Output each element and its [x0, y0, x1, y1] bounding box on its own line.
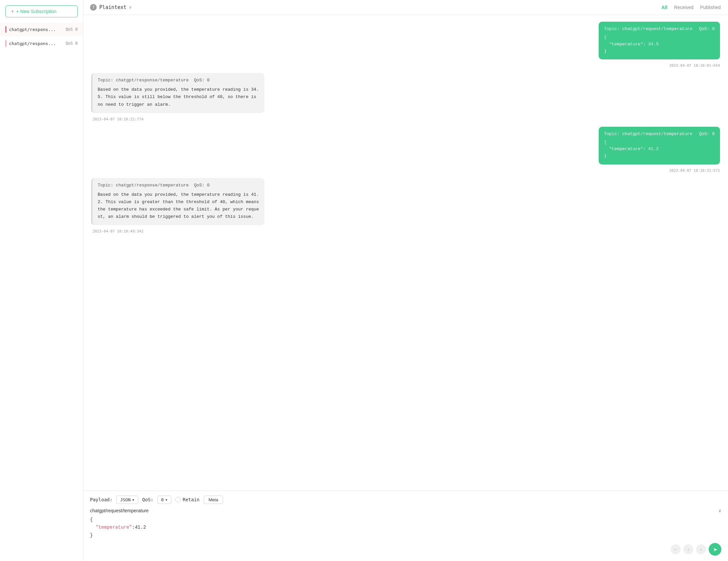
payload-format-select[interactable]: JSON ▾: [116, 496, 138, 504]
meta-button[interactable]: Meta: [204, 496, 223, 504]
header-left: ? Plaintext ∨: [90, 4, 132, 11]
bubble-qos-rec-2: QoS: 0: [194, 183, 210, 188]
retain-circle-icon: [175, 497, 181, 502]
header-right: All Received Published: [661, 3, 721, 11]
payload-format-chevron: ▾: [132, 497, 135, 502]
qos-value: 0: [161, 497, 164, 502]
message-row-published-1: Topic: chatgpt/request/temperature QoS: …: [91, 22, 720, 59]
retain-toggle[interactable]: Retain: [175, 497, 200, 502]
send-button[interactable]: ➤: [709, 543, 721, 556]
chevron-down-icon[interactable]: ∨: [129, 5, 131, 10]
bubble-qos-rec-1: QoS: 0: [194, 78, 210, 83]
bubble-body-pub-1: { "temperature": 34.5}: [604, 34, 715, 55]
code-value: 41.2: [135, 524, 146, 532]
sidebar: + + New Subscription chatgpt/respons... …: [0, 0, 83, 561]
message-bubble-published-2: Topic: chatgpt/request/temperature QoS: …: [599, 127, 720, 164]
sub-topic-1: chatgpt/respons...: [9, 27, 63, 32]
bubble-header-pub-2: Topic: chatgpt/request/temperature QoS: …: [604, 131, 715, 136]
bubble-header-rec-1: Topic: chatgpt/response/temperature QoS:…: [98, 78, 259, 83]
main-panel: ? Plaintext ∨ All Received Published Top…: [83, 0, 728, 561]
message-row-published-2: Topic: chatgpt/request/temperature QoS: …: [91, 127, 720, 164]
bubble-qos-pub-2: QoS: 0: [699, 131, 715, 136]
topic-input[interactable]: [90, 508, 719, 513]
qos-label: QoS:: [142, 497, 154, 502]
plus-icon: +: [11, 8, 14, 14]
bubble-qos-pub-1: QoS: 0: [699, 26, 715, 31]
sidebar-item-sub1[interactable]: chatgpt/respons... QoS 0: [0, 23, 83, 36]
sub-qos-1: QoS 0: [66, 27, 78, 32]
bubble-topic-pub-1: Topic: chatgpt/request/temperature: [604, 26, 692, 31]
bubble-header-rec-2: Topic: chatgpt/response/temperature QoS:…: [98, 183, 259, 188]
bubble-topic-rec-2: Topic: chatgpt/response/temperature: [98, 183, 189, 188]
sidebar-item-sub2[interactable]: chatgpt/respons... QoS 0: [0, 37, 83, 50]
sub-indicator-red: [5, 26, 6, 33]
format-label[interactable]: Plaintext: [99, 4, 126, 10]
code-key: "temperature": [90, 524, 132, 532]
bubble-body-pub-2: { "temperature": 41.2}: [604, 139, 715, 160]
new-subscription-label: + New Subscription: [16, 9, 56, 14]
bottom-panel: Payload: JSON ▾ QoS: 0 ▾ Retain Meta ∨: [83, 491, 728, 561]
bottom-toolbar: Payload: JSON ▾ QoS: 0 ▾ Retain Meta: [90, 496, 721, 504]
sub-topic-2: chatgpt/respons...: [9, 41, 63, 46]
bubble-topic-pub-2: Topic: chatgpt/request/temperature: [604, 131, 692, 136]
topic-row: ∨: [90, 508, 721, 513]
message-bubble-received-2: Topic: chatgpt/response/temperature QoS:…: [91, 178, 264, 225]
topic-chevron-icon[interactable]: ∨: [719, 508, 721, 513]
filter-published-button[interactable]: Published: [700, 3, 722, 11]
code-editor[interactable]: { "temperature" : 41.2 }: [90, 516, 721, 540]
code-line-2: "temperature" : 41.2: [90, 524, 721, 532]
nav-back-button[interactable]: ←: [671, 544, 681, 554]
code-line-3: }: [90, 532, 721, 540]
sub-qos-2: QoS 0: [66, 41, 78, 46]
main-header: ? Plaintext ∨ All Received Published: [83, 0, 728, 15]
code-colon: :: [132, 524, 135, 532]
code-line-1: {: [90, 516, 721, 524]
timestamp-pub-2: 2023-04-07 18:10:31:571: [91, 168, 720, 173]
filter-all-button[interactable]: All: [661, 3, 668, 11]
bubble-topic-rec-1: Topic: chatgpt/response/temperature: [98, 78, 189, 83]
message-row-received-2: Topic: chatgpt/response/temperature QoS:…: [91, 178, 720, 225]
code-brace-open: {: [90, 516, 93, 524]
message-bubble-published-1: Topic: chatgpt/request/temperature QoS: …: [599, 22, 720, 59]
timestamp-rec-2: 2023-04-07 18:10:49:342: [93, 229, 720, 233]
new-subscription-button[interactable]: + + New Subscription: [5, 5, 78, 17]
bubble-body-rec-2: Based on the data you provided, the temp…: [98, 191, 259, 220]
code-brace-close: }: [90, 532, 93, 540]
help-icon[interactable]: ?: [90, 4, 97, 11]
timestamp-pub-1: 2023-04-07 18:10:01:654: [91, 63, 720, 68]
payload-label: Payload:: [90, 497, 112, 502]
send-icon: ➤: [713, 546, 717, 553]
timestamp-rec-1: 2023-04-07 18:10:22:774: [93, 117, 720, 121]
sub-indicator-pink: [5, 40, 6, 47]
payload-format-label: JSON: [120, 497, 130, 502]
qos-chevron: ▾: [165, 497, 168, 502]
bubble-header-pub-1: Topic: chatgpt/request/temperature QoS: …: [604, 26, 715, 31]
qos-select[interactable]: 0 ▾: [157, 496, 171, 504]
nav-next-button[interactable]: ›: [696, 544, 706, 554]
filter-received-button[interactable]: Received: [673, 3, 694, 11]
bottom-nav: ← ‹ › ➤: [90, 543, 721, 556]
retain-label: Retain: [183, 497, 200, 502]
message-row-received-1: Topic: chatgpt/response/temperature QoS:…: [91, 73, 720, 113]
nav-prev-button[interactable]: ‹: [683, 544, 693, 554]
message-bubble-received-1: Topic: chatgpt/response/temperature QoS:…: [91, 73, 264, 113]
messages-area: Topic: chatgpt/request/temperature QoS: …: [83, 15, 728, 491]
subscription-list: chatgpt/respons... QoS 0 chatgpt/respons…: [0, 23, 83, 50]
bubble-body-rec-1: Based on the data you provided, the temp…: [98, 86, 259, 108]
